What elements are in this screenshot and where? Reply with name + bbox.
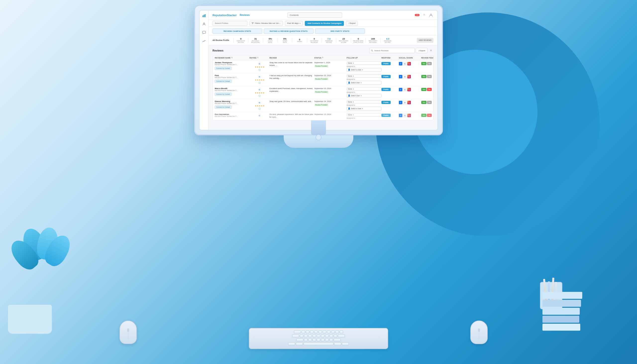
select-user-dropdown-1[interactable]: 👤 Select User ▼ bbox=[346, 81, 382, 84]
table-row: Marco Bisoffi 081434 Phone Verified for … bbox=[213, 86, 433, 99]
stat-average-rating-1: 7.4 AVERAGERATING bbox=[323, 38, 335, 43]
no-button-0[interactable]: No bbox=[427, 62, 432, 65]
export-button[interactable]: ↓ Export bbox=[346, 21, 358, 26]
svg-text:G: G bbox=[259, 63, 260, 65]
instagram-icon-3[interactable]: ◻ bbox=[407, 101, 411, 104]
yes-button-0[interactable]: Yes bbox=[421, 62, 426, 65]
followup-dropdown-4[interactable]: None ▼ bbox=[346, 113, 382, 116]
followup-dropdown-0[interactable]: None ▼ bbox=[346, 62, 382, 65]
public-button-0[interactable]: Public bbox=[382, 62, 391, 65]
tab-3rd-party-stats[interactable]: 3RD PARTY STATS bbox=[315, 28, 365, 34]
date-range-button[interactable]: Past 90 days ▼ bbox=[285, 21, 303, 26]
facebook-icon-1[interactable]: f bbox=[399, 75, 402, 78]
stat-views: 0 VIEWS bbox=[293, 38, 306, 42]
no-button-1[interactable]: No bbox=[427, 75, 432, 78]
google-share-icon-1[interactable]: G bbox=[403, 75, 406, 78]
reviews-header: Reviews ↓ Export ✕ bbox=[212, 48, 434, 53]
star-5: ★ bbox=[263, 66, 264, 68]
no-button-3[interactable]: No bbox=[427, 101, 432, 104]
reviewer-phone-2: 081434 Phone Verified for T... bbox=[215, 90, 250, 91]
public-button-2[interactable]: Public bbox=[382, 88, 391, 91]
select-user-dropdown-3[interactable]: 👤 Select a User ▼ bbox=[346, 107, 382, 110]
add-contacts-button[interactable]: Add Contacts to Review Campaigns bbox=[305, 21, 344, 26]
facebook-icon-2[interactable]: f bbox=[399, 88, 402, 91]
instagram-icon-0[interactable]: ◻ bbox=[407, 62, 411, 66]
plant-pot bbox=[8, 304, 52, 334]
yes-button-3[interactable]: Yes bbox=[421, 101, 426, 104]
key-e bbox=[310, 330, 314, 334]
sidebar-icon-chart[interactable] bbox=[201, 13, 207, 18]
date-cell-4: September 10, 2024 bbox=[314, 113, 346, 116]
th-status: STATUS ⇅ bbox=[314, 57, 346, 59]
yes-button-4[interactable]: Yes bbox=[421, 114, 426, 117]
nav-search-input[interactable] bbox=[288, 12, 342, 18]
help-icon[interactable]: ? bbox=[422, 13, 426, 18]
assigned-to-label-0: Assigned to bbox=[346, 66, 382, 67]
rating-cell-1: G ★ ★ ★ ★ ★ ⓘ bbox=[250, 74, 270, 84]
no-button-4[interactable]: No bbox=[427, 114, 432, 117]
sidebar-icon-analytics[interactable] bbox=[201, 38, 207, 44]
connect-button-1[interactable]: Connect to Contact bbox=[215, 80, 232, 83]
hide-reviews-button[interactable]: HIDE REVIEWS bbox=[417, 38, 434, 43]
key-row-1 bbox=[252, 330, 385, 334]
sidebar-icon-contact[interactable] bbox=[201, 22, 207, 27]
no-button-2[interactable]: No bbox=[427, 88, 432, 91]
search-reviews-input[interactable] bbox=[373, 48, 413, 53]
facebook-icon-0[interactable]: f bbox=[399, 62, 402, 66]
instagram-icon-2[interactable]: ◻ bbox=[407, 88, 411, 91]
key-m bbox=[330, 338, 333, 341]
instagram-icon-4[interactable]: ◻ bbox=[407, 114, 411, 117]
public-button-3[interactable]: Public bbox=[382, 101, 391, 104]
stat-label-average-rating-2: AVERAGERATING bbox=[384, 40, 392, 43]
sidebar-icon-chat[interactable] bbox=[201, 30, 207, 35]
followup-cell-2: None ▼ Assigned to 👤 Select User ▼ bbox=[346, 87, 382, 98]
reviews-title: Reviews bbox=[212, 49, 224, 52]
stats-row: All Review Profile 0 CONTACTSINVITED 31 … bbox=[208, 35, 438, 45]
facebook-icon-3[interactable]: f bbox=[399, 101, 402, 104]
filter-button[interactable]: Filters: Review Site not 1st-... bbox=[249, 21, 283, 26]
yes-button-1[interactable]: Yes bbox=[421, 75, 426, 78]
stat-divider-9 bbox=[366, 38, 366, 43]
verified-icon-0: ⓘ bbox=[258, 69, 260, 72]
reviewer-name-1: Pam bbox=[215, 74, 250, 77]
yes-button-2[interactable]: Yes bbox=[421, 88, 426, 91]
star-3: ★ bbox=[259, 92, 260, 94]
date-cell-1: September 25, 2024 Review Provided bbox=[314, 74, 346, 80]
rating-cell-4: G bbox=[250, 113, 270, 117]
assigned-to-label-3: Assigned to bbox=[346, 104, 382, 106]
facebook-icon-4[interactable]: f bbox=[399, 114, 402, 117]
public-button-4[interactable]: Public bbox=[382, 114, 391, 117]
select-user-dropdown-0[interactable]: 👤 Select a User ▼ bbox=[346, 68, 382, 72]
sort-icon-status[interactable]: ⇅ bbox=[322, 57, 324, 59]
brand-logo: ReputationStacker bbox=[212, 14, 237, 17]
reviews-close-button[interactable]: ✕ bbox=[428, 48, 434, 53]
assigned-to-label-4: Assigned to bbox=[346, 117, 382, 119]
search-profiles-input[interactable] bbox=[212, 21, 247, 26]
key-tab bbox=[294, 330, 301, 334]
star-2: ★ bbox=[257, 66, 258, 68]
select-user-dropdown-2[interactable]: 👤 Select User ▼ bbox=[346, 94, 382, 98]
followup-dropdown-3[interactable]: None ▼ bbox=[346, 100, 382, 104]
key-alt-left bbox=[296, 342, 303, 345]
table-row: Don barmakian 081434 Phone Verified for … bbox=[213, 112, 433, 120]
tab-review-campaign-stats[interactable]: REVIEW CAMPAIGN STATS bbox=[212, 28, 262, 34]
google-share-icon-0[interactable]: G bbox=[403, 62, 406, 66]
followup-dropdown-1[interactable]: None ▼ bbox=[346, 74, 382, 78]
reviews-export-button[interactable]: ↓ Export bbox=[416, 48, 428, 53]
google-share-icon-2[interactable]: G bbox=[403, 88, 406, 91]
google-share-icon-3[interactable]: G bbox=[403, 101, 406, 104]
social-cell-2: f G ◻ bbox=[399, 87, 421, 91]
sort-icon-reviewer[interactable]: ⇅ bbox=[231, 57, 233, 59]
sort-icon-rating[interactable]: ⇅ bbox=[257, 57, 258, 59]
public-button-1[interactable]: Public bbox=[382, 75, 391, 78]
profile-icon[interactable] bbox=[428, 13, 434, 18]
stat-divider-5 bbox=[307, 38, 307, 43]
instagram-icon-1[interactable]: ◻ bbox=[407, 75, 411, 78]
connect-button-2[interactable]: Connect to Contact bbox=[215, 92, 232, 96]
connect-button-0[interactable]: Connect to Contact bbox=[215, 67, 232, 70]
star-3: ★ bbox=[259, 66, 260, 68]
tab-rating-review-stats[interactable]: RATING & REVIEW QUESTION STATS bbox=[264, 28, 314, 34]
followup-dropdown-2[interactable]: None ▼ bbox=[346, 87, 382, 90]
connect-button-3[interactable]: Connect to Contact bbox=[215, 106, 232, 109]
google-share-icon-4[interactable]: G bbox=[403, 114, 406, 117]
